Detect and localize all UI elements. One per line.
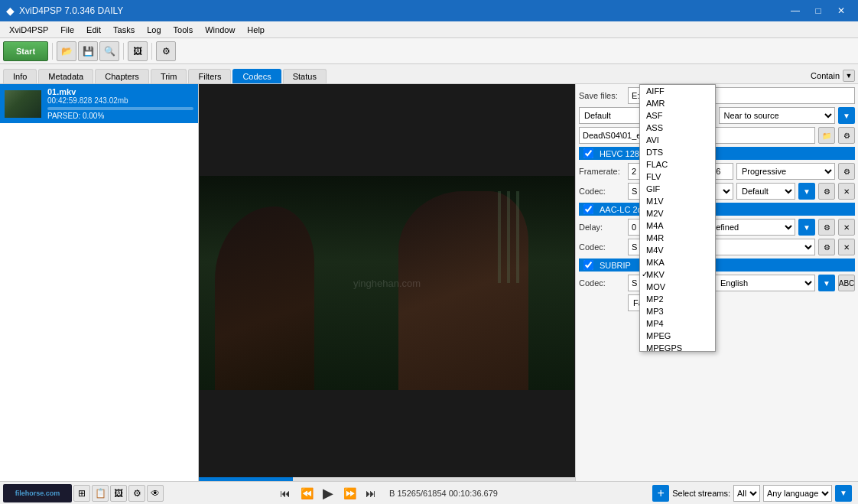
format-item-mpegps[interactable]: MPEGPS	[640, 342, 715, 352]
stream2-checkbox[interactable]	[583, 204, 593, 214]
save-button[interactable]: 💾	[78, 41, 98, 61]
output-file-row: 📁 ⚙	[579, 127, 855, 144]
output-settings-btn[interactable]: ⚙	[838, 127, 855, 144]
menu-log[interactable]: Log	[141, 24, 167, 36]
stream1-field-btn[interactable]: ⚙	[838, 163, 855, 180]
filehorse-logo: filehorse.com	[3, 484, 72, 502]
language-filter-select[interactable]: Any language	[763, 485, 832, 502]
bottom-icon-1[interactable]: ⊞	[73, 485, 90, 502]
format-item-m4v[interactable]: M4V	[640, 244, 715, 256]
maximize-button[interactable]: □	[808, 2, 829, 19]
tab-info[interactable]: Info	[3, 69, 37, 83]
near-to-source-select[interactable]: Near to source	[719, 107, 836, 124]
char1-silhouette	[215, 206, 314, 390]
language-select[interactable]: English	[715, 275, 815, 291]
stream1-del-btn[interactable]: ✕	[838, 183, 855, 200]
format-item-amr[interactable]: AMR	[640, 97, 715, 109]
format-item-mp2[interactable]: MP2	[640, 293, 715, 305]
format-item-flac[interactable]: FLAC	[640, 158, 715, 171]
menu-window[interactable]: Window	[199, 24, 241, 36]
language-dropdown-btn[interactable]: ▼	[818, 275, 835, 291]
near-source-dropdown-btn[interactable]: ▼	[838, 107, 855, 124]
tab-codecs[interactable]: Codecs	[232, 69, 281, 83]
format-item-mpeg[interactable]: MPEG	[640, 330, 715, 342]
format-item-m4r[interactable]: M4R	[640, 232, 715, 244]
bottom-icon-2[interactable]: 📋	[92, 485, 109, 502]
play-button[interactable]: ▶	[319, 484, 337, 502]
format-item-m4a[interactable]: M4A	[640, 219, 715, 232]
settings-gear-button[interactable]: ⚙	[156, 41, 176, 61]
scan-select[interactable]: Progressive	[736, 163, 835, 180]
tab-metadata[interactable]: Metadata	[38, 69, 93, 83]
language-filter-btn[interactable]: ▼	[835, 485, 852, 502]
minimize-button[interactable]: —	[785, 2, 806, 19]
tab-trim[interactable]: Trim	[151, 69, 187, 83]
format-item-m1v[interactable]: M1V	[640, 195, 715, 207]
preview-button[interactable]: 🖼	[128, 41, 148, 61]
stream2-extra-btn[interactable]: ▼	[798, 219, 815, 236]
tab-chapters[interactable]: Chapters	[95, 69, 149, 83]
stream2-del-btn[interactable]: ✕	[838, 219, 855, 236]
file-status-label: PARSED:	[47, 112, 80, 120]
open-folder-button[interactable]: 📂	[57, 41, 76, 61]
tab-status[interactable]: Status	[283, 69, 327, 83]
skip-back-button[interactable]: ⏮	[276, 484, 294, 502]
step-fwd-button[interactable]: ⏩	[340, 484, 359, 502]
format-item-aiff[interactable]: AIFF	[640, 85, 715, 97]
save-files-row: Save files:	[579, 87, 855, 104]
menu-edit[interactable]: Edit	[80, 24, 107, 36]
format-item-flv[interactable]: FLV	[640, 171, 715, 183]
bottom-icon-eye[interactable]: 👁	[147, 485, 164, 502]
format-item-ass[interactable]: ASS	[640, 122, 715, 134]
menu-tools[interactable]: Tools	[167, 24, 200, 36]
fence-bg	[498, 191, 559, 283]
step-back-button[interactable]: ⏪	[297, 484, 316, 502]
stream1-extra-select[interactable]: Default	[736, 183, 795, 200]
tabs-bar: Info Metadata Chapters Trim Filters Code…	[0, 64, 858, 84]
stream3-codec-label: Codec:	[579, 278, 625, 288]
all-streams-select[interactable]: All	[733, 485, 760, 502]
close-button[interactable]: ✕	[830, 2, 852, 19]
start-button[interactable]: Start	[3, 41, 48, 61]
tab-filters[interactable]: Filters	[188, 69, 231, 83]
menu-xvidpsp[interactable]: XviD4PSP	[3, 24, 54, 36]
format-item-mp4[interactable]: MP4	[640, 317, 715, 330]
stream2-codec-adv-btn[interactable]: ⚙	[818, 239, 835, 255]
menu-tasks[interactable]: Tasks	[107, 24, 141, 36]
contain-expand-button[interactable]: ▼	[843, 70, 855, 82]
menu-help[interactable]: Help	[241, 24, 271, 36]
add-stream-button[interactable]: +	[652, 485, 669, 502]
format-item-mp3[interactable]: MP3	[640, 305, 715, 317]
contain-label: Contain	[811, 71, 840, 80]
app-title: XviD4PSP 7.0.346 DAILY	[19, 5, 123, 16]
format-dropdown[interactable]: AIFF AMR ASF ASS AVI DTS FLAC FLV GIF M1…	[639, 84, 716, 352]
bottom-icon-3[interactable]: 🖼	[110, 485, 127, 502]
skip-fwd-button[interactable]: ⏭	[362, 484, 380, 502]
format-item-mkv[interactable]: MKV	[640, 268, 715, 281]
bottom-icon-gear[interactable]: ⚙	[128, 485, 145, 502]
stream1-adv-btn[interactable]: ⚙	[818, 183, 835, 200]
menu-file[interactable]: File	[54, 24, 80, 36]
file-duration: 00:42:59.828 243.02mb	[47, 96, 193, 105]
format-item-avi[interactable]: AVI	[640, 134, 715, 146]
stream3-abc-btn[interactable]: ABC	[838, 275, 855, 291]
format-item-mka[interactable]: MKA	[640, 256, 715, 268]
stream1-extra-btn[interactable]: ▼	[798, 183, 815, 200]
format-item-gif[interactable]: GIF	[640, 183, 715, 195]
format-item-mov[interactable]: MOV	[640, 281, 715, 293]
video-preview: yinghehan.com	[200, 176, 574, 390]
stream2-codec-del-btn[interactable]: ✕	[838, 239, 855, 255]
format-item-m2v[interactable]: M2V	[640, 207, 715, 219]
toolbar-sep-1	[52, 43, 53, 60]
video-scene: yinghehan.com	[200, 176, 574, 390]
format-item-asf[interactable]: ASF	[640, 109, 715, 122]
stream3-checkbox[interactable]	[583, 260, 593, 270]
file-thumbnail	[5, 90, 41, 118]
stream2-adv-btn[interactable]: ⚙	[818, 219, 835, 236]
file-item[interactable]: 01.mkv 00:42:59.828 243.02mb PARSED: 0.0…	[0, 84, 198, 123]
stream1-checkbox[interactable]	[583, 148, 593, 158]
format-item-dts[interactable]: DTS	[640, 146, 715, 158]
output-browse-btn[interactable]: 📁	[818, 127, 835, 144]
info-button[interactable]: 🔍	[99, 41, 119, 61]
file-status-value: 0.00%	[83, 112, 104, 120]
